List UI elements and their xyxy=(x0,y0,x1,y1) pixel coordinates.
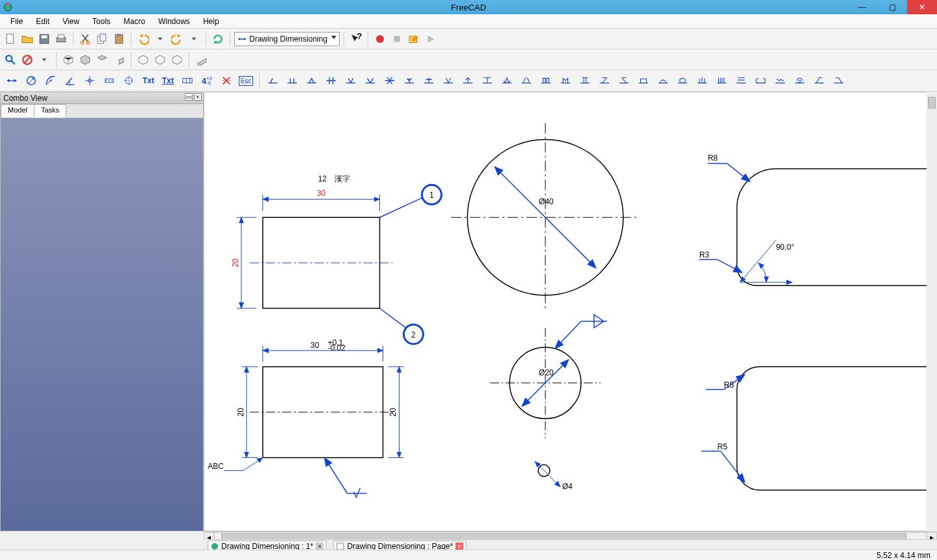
weld-24-icon[interactable] xyxy=(713,73,731,88)
svg-text:R5: R5 xyxy=(724,380,735,390)
paste-icon[interactable] xyxy=(111,31,127,47)
redo-dropdown-icon[interactable] xyxy=(186,31,202,47)
macro-stop-icon[interactable] xyxy=(389,31,405,47)
whatsthis-icon[interactable]: ? xyxy=(348,31,364,47)
view-top-icon[interactable] xyxy=(94,52,110,68)
svg-text:20: 20 xyxy=(388,408,398,417)
note-leader-icon[interactable]: Txt xyxy=(159,73,177,88)
weld-15-icon[interactable] xyxy=(537,73,555,88)
macro-edit-icon[interactable] xyxy=(406,31,422,47)
dim-radius-icon[interactable] xyxy=(42,73,60,88)
zoom-fit-icon[interactable] xyxy=(3,52,18,68)
weld-8-icon[interactable] xyxy=(400,73,418,88)
svg-text:ABC: ABC xyxy=(208,462,224,471)
weld-14-icon[interactable] xyxy=(517,73,536,88)
undo-dropdown-icon[interactable] xyxy=(152,31,168,47)
weld-12-icon[interactable] xyxy=(478,73,496,88)
view-right-icon[interactable] xyxy=(111,52,127,68)
svg-marker-16 xyxy=(177,34,181,38)
menu-edit[interactable]: Edit xyxy=(29,16,56,27)
dim-circle-center-icon[interactable] xyxy=(120,73,138,88)
macro-play-icon[interactable] xyxy=(423,31,439,47)
weld-26-icon[interactable] xyxy=(752,73,770,88)
combo-tab-model[interactable]: Model xyxy=(1,104,34,118)
weld-23-icon[interactable] xyxy=(693,73,711,88)
svg-text:-0.02: -0.02 xyxy=(328,343,346,353)
dim-center-icon[interactable] xyxy=(81,73,99,88)
view-front-icon[interactable] xyxy=(77,52,93,68)
weld-17-icon[interactable] xyxy=(576,73,594,88)
note-text-icon[interactable]: Txt xyxy=(139,73,157,88)
escape-icon[interactable]: Esc xyxy=(237,73,255,88)
svg-rect-1 xyxy=(7,3,9,6)
weld-22-icon[interactable] xyxy=(673,73,692,88)
weld-30-icon[interactable] xyxy=(830,73,848,88)
svg-line-119 xyxy=(740,240,776,282)
weld-4-icon[interactable] xyxy=(322,73,340,88)
weld-20-icon[interactable] xyxy=(634,73,653,88)
svg-rect-11 xyxy=(100,34,106,41)
view-bottom-icon[interactable] xyxy=(152,52,168,68)
weld-9-icon[interactable] xyxy=(420,73,438,88)
combo-close-button[interactable]: × xyxy=(194,93,202,101)
undo-icon[interactable] xyxy=(135,31,151,47)
print-icon[interactable] xyxy=(53,31,69,47)
window-maximize-button[interactable]: ▢ xyxy=(877,0,907,14)
workbench-selector[interactable]: Drawing Dimensioning xyxy=(234,32,340,46)
weld-10-icon[interactable] xyxy=(439,73,457,88)
add-tolerance-icon[interactable]: 4+2-0 xyxy=(198,73,216,88)
open-file-icon[interactable] xyxy=(20,31,35,47)
weld-1-icon[interactable] xyxy=(264,73,282,88)
vertical-scrollbar[interactable] xyxy=(927,92,937,531)
toolbar-view xyxy=(0,49,937,70)
tab-close-icon[interactable]: × xyxy=(455,542,463,550)
weld-21-icon[interactable] xyxy=(654,73,672,88)
macro-record-icon[interactable] xyxy=(372,31,388,47)
save-icon[interactable] xyxy=(36,31,52,47)
dim-centerline-icon[interactable] xyxy=(100,73,118,88)
measure-icon[interactable] xyxy=(193,52,209,68)
tab-close-icon[interactable]: × xyxy=(316,542,323,550)
copy-icon[interactable] xyxy=(94,31,110,47)
weld-2-icon[interactable] xyxy=(283,73,301,88)
view-iso-icon[interactable] xyxy=(61,52,76,68)
weld-11-icon[interactable] xyxy=(459,73,477,88)
weld-13-icon[interactable] xyxy=(498,73,516,88)
dim-linear-icon[interactable] xyxy=(3,73,21,88)
view-left-icon[interactable] xyxy=(169,52,185,68)
menu-windows[interactable]: Windows xyxy=(152,16,197,27)
weld-18-icon[interactable] xyxy=(595,73,614,88)
dim-circle-icon[interactable] xyxy=(22,73,40,88)
menu-file[interactable]: File xyxy=(4,16,29,27)
refresh-icon[interactable] xyxy=(210,31,226,47)
drawing-viewport[interactable]: 30 20 12 漢字 1 2 30 +0.1 -0.02 20 20 xyxy=(204,92,937,531)
draw-style-icon[interactable] xyxy=(20,52,35,68)
draw-style-dropdown-icon[interactable] xyxy=(36,52,52,68)
weld-16-icon[interactable] xyxy=(556,73,575,88)
weld-28-icon[interactable] xyxy=(791,73,809,88)
view-rear-icon[interactable] xyxy=(135,52,151,68)
tolerance-icon[interactable] xyxy=(178,73,197,88)
menu-view[interactable]: View xyxy=(56,16,86,27)
workbench-selector-label: Drawing Dimensioning xyxy=(249,34,327,44)
menu-macro[interactable]: Macro xyxy=(117,16,152,27)
delete-dim-icon[interactable] xyxy=(217,73,236,88)
window-close-button[interactable]: ✕ xyxy=(907,0,937,14)
weld-19-icon[interactable] xyxy=(615,73,633,88)
weld-25-icon[interactable] xyxy=(732,73,750,88)
menu-tools[interactable]: Tools xyxy=(86,16,117,27)
weld-7-icon[interactable] xyxy=(381,73,399,88)
redo-icon[interactable] xyxy=(169,31,185,47)
weld-3-icon[interactable] xyxy=(303,73,321,88)
weld-29-icon[interactable] xyxy=(810,73,828,88)
weld-27-icon[interactable] xyxy=(771,73,789,88)
weld-5-icon[interactable] xyxy=(342,73,360,88)
dim-angle-icon[interactable] xyxy=(61,73,79,88)
combo-float-button[interactable]: ▭ xyxy=(185,93,193,101)
new-file-icon[interactable] xyxy=(3,31,18,47)
cut-icon[interactable] xyxy=(77,31,93,47)
window-minimize-button[interactable]: — xyxy=(847,0,877,14)
weld-6-icon[interactable] xyxy=(361,73,379,88)
menu-help[interactable]: Help xyxy=(197,16,226,27)
combo-tab-tasks[interactable]: Tasks xyxy=(34,104,66,118)
